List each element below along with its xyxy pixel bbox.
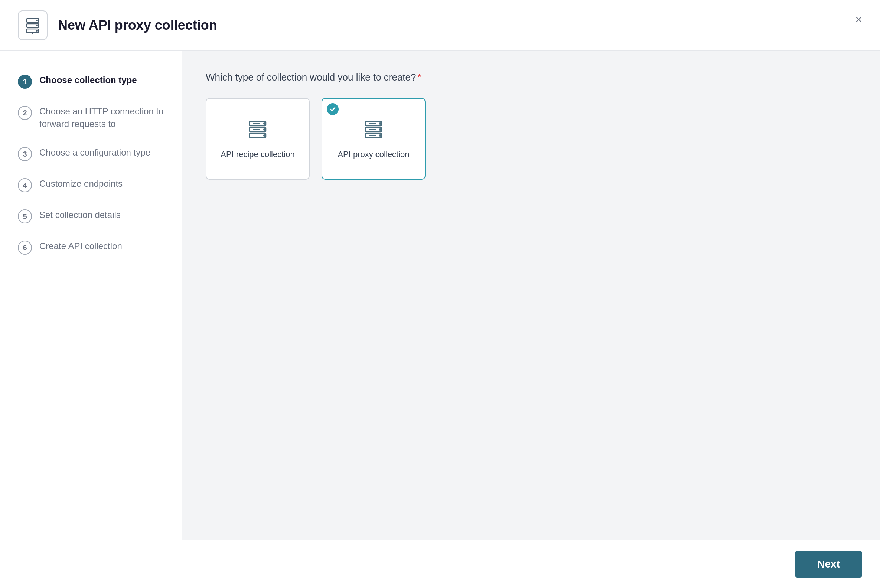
svg-point-13 bbox=[263, 134, 266, 136]
collection-options: API recipe collection bbox=[206, 98, 856, 180]
step-number-5: 5 bbox=[18, 209, 32, 224]
dialog-body: 1 Choose collection type 2 Choose an HTT… bbox=[0, 51, 880, 540]
step-number-6: 6 bbox=[18, 240, 32, 255]
header-icon bbox=[18, 10, 48, 40]
dialog-header: New API proxy collection × bbox=[0, 0, 880, 51]
sidebar-label-2: Choose an HTTP connection to forward req… bbox=[39, 105, 164, 130]
dialog-title: New API proxy collection bbox=[58, 18, 217, 33]
svg-point-3 bbox=[36, 20, 38, 21]
next-button[interactable]: Next bbox=[795, 551, 862, 578]
proxy-card-label: API proxy collection bbox=[338, 150, 409, 159]
sidebar-label-1: Choose collection type bbox=[39, 74, 137, 87]
step-number-2: 2 bbox=[18, 106, 32, 120]
recipe-card-label: API recipe collection bbox=[221, 150, 294, 159]
svg-point-4 bbox=[36, 25, 38, 26]
svg-point-22 bbox=[379, 129, 381, 130]
svg-point-21 bbox=[379, 123, 381, 125]
svg-point-23 bbox=[379, 134, 381, 136]
collection-card-proxy[interactable]: API proxy collection bbox=[321, 98, 425, 180]
close-button[interactable]: × bbox=[855, 14, 862, 25]
collection-card-recipe[interactable]: API recipe collection bbox=[206, 98, 310, 180]
main-content: Which type of collection would you like … bbox=[182, 51, 880, 540]
sidebar-item-choose-collection[interactable]: 1 Choose collection type bbox=[0, 66, 182, 97]
sidebar-item-set-details[interactable]: 5 Set collection details bbox=[0, 201, 182, 232]
step-number-3: 3 bbox=[18, 147, 32, 161]
sidebar-item-config-type[interactable]: 3 Choose a configuration type bbox=[0, 138, 182, 169]
proxy-collection-icon bbox=[362, 118, 385, 144]
step-number-1: 1 bbox=[18, 75, 32, 89]
sidebar-label-5: Set collection details bbox=[39, 208, 121, 221]
question-label: Which type of collection would you like … bbox=[206, 72, 856, 83]
sidebar-label-3: Choose a configuration type bbox=[39, 146, 150, 159]
svg-point-12 bbox=[263, 129, 266, 130]
dialog-footer: Next bbox=[0, 540, 880, 588]
sidebar: 1 Choose collection type 2 Choose an HTT… bbox=[0, 51, 182, 540]
sidebar-item-create-collection[interactable]: 6 Create API collection bbox=[0, 232, 182, 263]
step-number-4: 4 bbox=[18, 178, 32, 192]
required-star: * bbox=[418, 72, 422, 83]
svg-point-5 bbox=[36, 30, 38, 32]
svg-point-11 bbox=[263, 123, 266, 125]
dialog: New API proxy collection × 1 Choose coll… bbox=[0, 0, 880, 588]
recipe-collection-icon bbox=[246, 118, 270, 144]
sidebar-item-http-connection[interactable]: 2 Choose an HTTP connection to forward r… bbox=[0, 97, 182, 138]
sidebar-label-4: Customize endpoints bbox=[39, 177, 123, 190]
selected-check-badge bbox=[327, 103, 339, 115]
sidebar-label-6: Create API collection bbox=[39, 240, 122, 252]
sidebar-item-customize-endpoints[interactable]: 4 Customize endpoints bbox=[0, 169, 182, 201]
